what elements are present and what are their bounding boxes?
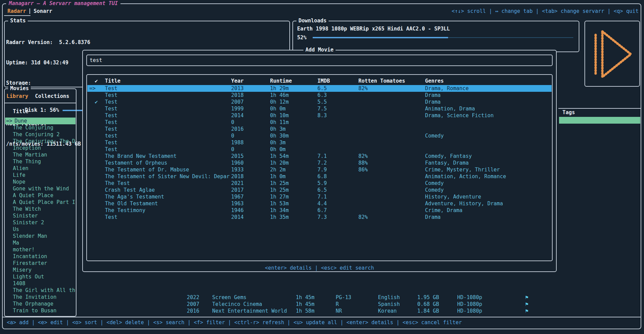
movie-title: The Martian xyxy=(13,152,47,158)
cell-year: 2007 xyxy=(231,99,244,105)
cell-title: Test xyxy=(105,105,117,112)
list-item[interactable]: Inception xyxy=(5,145,75,151)
table-row[interactable]: Test19990h 0m7.5Animation, Drama xyxy=(87,105,552,112)
cell-imdb: 4.4 xyxy=(317,200,327,207)
list-item[interactable]: The Conjuring 2 xyxy=(5,131,75,138)
table-row[interactable]: The Test20211h 25m5.9Comedy xyxy=(87,180,552,187)
footer-separator xyxy=(2,317,641,317)
cell-title: The Aga's Testament xyxy=(105,193,164,200)
movie-title: Alien xyxy=(13,165,28,171)
list-item[interactable]: A Quiet Place xyxy=(5,192,75,199)
download-item-title: Earth 1998 1080p WEBRip x265 Hindi AAC2.… xyxy=(297,25,450,32)
table-row[interactable]: Testament of Orpheus19601h 20m7.288%Fant… xyxy=(87,160,552,166)
list-item[interactable]: Ma xyxy=(5,239,75,246)
list-item[interactable]: Alien xyxy=(5,165,75,172)
cell-studio: Screen Gems xyxy=(212,294,246,301)
cell-size: 0.68 GB xyxy=(417,301,439,308)
table-row[interactable]: Test19880h 3m xyxy=(87,139,552,146)
column-header-year: Year xyxy=(231,78,244,84)
table-row[interactable]: ✔Test20070h 12m5.5Drama xyxy=(87,99,552,105)
list-item[interactable]: Lights Out xyxy=(5,273,75,280)
cell-title: Test xyxy=(105,92,117,99)
cell-imdb: 7.2 xyxy=(317,160,327,166)
table-row[interactable]: Test20140h 10m8.3Drama, Science Fiction xyxy=(87,112,552,119)
list-item[interactable]: Nope xyxy=(5,179,75,185)
list-item[interactable]: The Conjuring xyxy=(5,124,75,131)
table-row[interactable]: The Testament of Dr. Mabuse19332h 2m7.98… xyxy=(87,166,552,173)
monitored-icon: ⚑ xyxy=(525,294,528,301)
list-item[interactable]: The Conjuring: The De xyxy=(5,138,75,145)
cell-genres: Comedy xyxy=(425,187,444,193)
cell-rating: NR xyxy=(336,308,342,314)
cell-language: Korean xyxy=(378,308,397,314)
movie-title: Ma xyxy=(13,240,19,246)
list-item[interactable]: Sinister 2 xyxy=(5,219,75,226)
table-row[interactable]: The Old Testament19631h 53m4.4Adventure,… xyxy=(87,200,552,207)
list-item[interactable]: The Girl with All the xyxy=(5,287,75,294)
cell-genres: Drama xyxy=(425,99,441,105)
cell-runtime: 0h 3m xyxy=(270,126,286,132)
list-item[interactable]: mother! xyxy=(5,246,75,253)
table-row[interactable]: Test00h 11m xyxy=(87,119,552,126)
cell-imdb: 7.1 xyxy=(317,153,327,160)
movie-search-input[interactable] xyxy=(87,55,552,65)
monitored-icon: ⚑ xyxy=(525,301,528,308)
cell-runtime: 2h 2m xyxy=(270,166,286,173)
table-row[interactable]: test00h 30mComedy xyxy=(87,132,552,139)
movie-list-header: Title xyxy=(13,108,28,115)
list-item[interactable]: 1408 xyxy=(5,280,75,287)
top-keybinds: <↑↓> scroll | ↔ change tab | <tab> chang… xyxy=(451,8,639,15)
cell-quality: HD-1080p xyxy=(457,294,482,301)
table-row[interactable]: Test00h 0m xyxy=(87,146,552,153)
table-row[interactable]: 2022Screen Gems1h 45mPG-13English1.95 GB… xyxy=(0,294,644,301)
list-item[interactable]: Us xyxy=(5,226,75,233)
list-item[interactable]: A Quiet Place Part II xyxy=(5,199,75,206)
cell-year: 1963 xyxy=(231,200,244,207)
table-row[interactable]: =>Test20131h 29m6.582%Drama, Romance xyxy=(87,85,552,92)
list-item[interactable]: The Martian xyxy=(5,151,75,158)
radarr-version-text: Radarr Version: 5.2.6.8376 xyxy=(6,39,288,46)
table-row[interactable]: 2007Telecinco Cinema1h 45mRSpanish0.68 G… xyxy=(0,301,644,308)
cell-imdb: 6.8 xyxy=(317,173,327,180)
list-item[interactable]: Firestarter xyxy=(5,260,75,267)
cell-year: 2018 xyxy=(231,173,244,180)
movie-title: 1408 xyxy=(13,280,25,287)
list-item[interactable]: =>Dune xyxy=(5,118,75,124)
list-item[interactable]: Life xyxy=(5,172,75,179)
cell-rt: 82% xyxy=(358,85,368,92)
cell-genres: Drama xyxy=(425,214,441,221)
tab-radarr[interactable]: Radarr xyxy=(7,8,26,15)
movie-title: Slender Man xyxy=(13,233,47,239)
list-item[interactable]: Sinister xyxy=(5,212,75,219)
table-row[interactable]: Crash Test Aglae20171h 25m6.5Comedy xyxy=(87,187,552,193)
list-item[interactable]: Slender Man xyxy=(5,233,75,239)
table-row[interactable]: The Testimony19461h 34m6.7Crime, Drama xyxy=(87,207,552,214)
cell-runtime: 0h 11m xyxy=(270,119,289,126)
tab-library[interactable]: Library xyxy=(6,93,28,100)
list-item[interactable]: Incantation xyxy=(5,253,75,260)
list-item[interactable]: The Thing xyxy=(5,158,75,165)
table-row[interactable]: The Testament of Sister New Devil: Depar… xyxy=(87,173,552,180)
add-movie-rows: =>Test20131h 29m6.582%Drama, RomanceTest… xyxy=(87,85,552,221)
movie-title: The Thing xyxy=(13,159,41,165)
table-row[interactable]: Test20181h 46m6.3Drama xyxy=(87,92,552,99)
table-row[interactable]: The Brand New Testament20151h 54m7.182%C… xyxy=(87,153,552,160)
tab-sonarr[interactable]: Sonarr xyxy=(34,8,52,15)
table-row[interactable]: Test20141h 35m7.382%Drama xyxy=(87,214,552,221)
list-item[interactable]: Gone with the Wind xyxy=(5,185,75,192)
cell-runtime: 1h 45m xyxy=(296,301,314,308)
table-row[interactable]: Test20160h 3m xyxy=(87,126,552,132)
table-row[interactable]: The Aga's Testament19671h 27m7.1History,… xyxy=(87,193,552,200)
movie-title: mother! xyxy=(13,247,35,253)
cell-runtime: 1h 58m xyxy=(296,308,314,314)
list-item[interactable]: The Witch xyxy=(5,206,75,212)
monitored-icon: ⚑ xyxy=(525,308,528,314)
movie-title: The Witch xyxy=(13,206,41,212)
list-item[interactable]: Misery xyxy=(5,267,75,273)
cell-quality: HD-1080p xyxy=(457,308,482,314)
table-row[interactable]: 2016Next Entertainment World1h 58mNRKore… xyxy=(0,308,644,314)
movie-title: Incantation xyxy=(13,253,47,259)
cell-title: The Test xyxy=(105,180,130,187)
cell-year: 1933 xyxy=(231,166,244,173)
tab-collections[interactable]: Collections xyxy=(35,93,69,100)
